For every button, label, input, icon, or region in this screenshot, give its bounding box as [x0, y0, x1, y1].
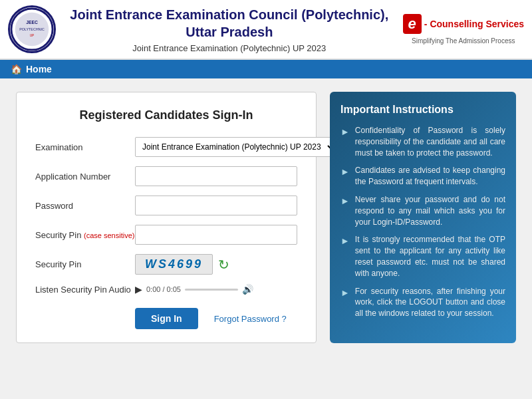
security-pin-label-text: Security Pin — [35, 230, 81, 240]
bullet-1: ► — [340, 126, 350, 158]
examination-row: Examination Joint Entrance Examination (… — [35, 137, 297, 157]
instruction-item-3: ► Never share your password and do not r… — [340, 194, 505, 227]
ecounselling-logo: e - Counselling Services — [403, 14, 524, 34]
instruction-item-2: ► Candidates are advised to keep changin… — [340, 165, 505, 188]
header-title-block: Joint Entrance Examination Council (Poly… — [56, 6, 403, 53]
instruction-item-1: ► Confidentiality of Password is solely … — [340, 125, 505, 158]
instruction-item-4: ► It is strongly recommended that the OT… — [340, 234, 505, 279]
instructions-title: Important Instructions — [340, 104, 505, 116]
password-row: Password — [35, 196, 297, 215]
signin-panel: Registered Candidates Sign-In Examinatio… — [16, 92, 317, 343]
application-number-input[interactable] — [135, 166, 297, 186]
ecounselling-label: - Counselling Services — [424, 19, 524, 29]
bullet-2: ► — [340, 166, 350, 188]
svg-text:JEEC: JEEC — [26, 20, 38, 25]
audio-progress-bar — [185, 289, 238, 291]
captcha-display: WS4699 — [135, 254, 213, 275]
bullet-3: ► — [340, 195, 350, 227]
signin-button[interactable]: Sign In — [135, 308, 198, 329]
logo: JEEC POLYTECHNIC UP — [8, 5, 56, 53]
examination-select[interactable]: Joint Entrance Examination (Polytechnic)… — [135, 137, 336, 157]
refresh-captcha-button[interactable]: ↻ — [218, 257, 229, 273]
navbar: 🏠 Home — [0, 60, 532, 78]
instruction-text-3: Never share your password and do not res… — [355, 194, 505, 227]
main-content: Registered Candidates Sign-In Examinatio… — [0, 78, 532, 356]
audio-play-button[interactable]: ▶ — [135, 284, 142, 295]
volume-icon: 🔊 — [242, 284, 253, 295]
header: JEEC POLYTECHNIC UP Joint Entrance Exami… — [0, 0, 532, 60]
instructions-panel: Important Instructions ► Confidentiality… — [330, 92, 516, 343]
svg-text:UP: UP — [30, 34, 35, 37]
instruction-text-4: It is strongly recommended that the OTP … — [355, 234, 505, 279]
signin-title: Registered Candidates Sign-In — [35, 108, 297, 122]
forgot-password-link[interactable]: Forgot Password ? — [214, 314, 287, 324]
audio-controls: ▶ 0:00 / 0:05 🔊 — [135, 284, 253, 295]
security-pin-row: Security Pin (case sensitive) — [35, 225, 297, 245]
application-number-label: Application Number — [35, 172, 135, 182]
application-number-row: Application Number — [35, 166, 297, 186]
home-icon: 🏠 — [11, 64, 22, 74]
button-row: Sign In Forgot Password ? — [35, 308, 297, 329]
security-pin-image-row: Security Pin WS4699 ↻ — [35, 254, 297, 275]
instruction-item-5: ► For security reasons, after finishing … — [340, 286, 505, 319]
audio-time: 0:00 / 0:05 — [146, 285, 181, 293]
instruction-text-5: For security reasons, after finishing yo… — [355, 286, 505, 319]
header-title-line2: Uttar Pradesh — [186, 25, 273, 39]
captcha-row: WS4699 ↻ — [135, 254, 229, 275]
bullet-4: ► — [340, 235, 350, 279]
ecounselling-e-letter: e — [403, 14, 422, 34]
password-label: Password — [35, 201, 135, 211]
home-link[interactable]: Home — [26, 64, 52, 74]
security-pin-input[interactable] — [135, 225, 297, 245]
instructions-list: ► Confidentiality of Password is solely … — [340, 125, 505, 319]
security-pin-label: Security Pin (case sensitive) — [35, 230, 135, 240]
case-sensitive-note: (case sensitive) — [84, 231, 134, 239]
header-sub-title: Joint Entrance Examination (Polytechnic)… — [56, 43, 403, 53]
audio-row: Listen Security Pin Audio ▶ 0:00 / 0:05 … — [35, 284, 297, 295]
instruction-text-1: Confidentiality of Password is solely re… — [355, 125, 505, 158]
bullet-5: ► — [340, 287, 350, 319]
security-pin-image-label: Security Pin — [35, 259, 135, 269]
header-title-line1: Joint Entrance Examination Council (Poly… — [70, 7, 388, 22]
examination-label: Examination — [35, 142, 135, 152]
ecounselling-block: e - Counselling Services Simplifying The… — [403, 14, 524, 45]
listen-pin-label: Listen Security Pin Audio — [35, 285, 135, 295]
header-main-title: Joint Entrance Examination Council (Poly… — [56, 6, 403, 41]
instruction-text-2: Candidates are advised to keep changing … — [355, 165, 505, 188]
ecounselling-sub: Simplifying The Admission Process — [412, 37, 515, 45]
svg-text:POLYTECHNIC: POLYTECHNIC — [19, 27, 45, 31]
password-input[interactable] — [135, 196, 297, 215]
